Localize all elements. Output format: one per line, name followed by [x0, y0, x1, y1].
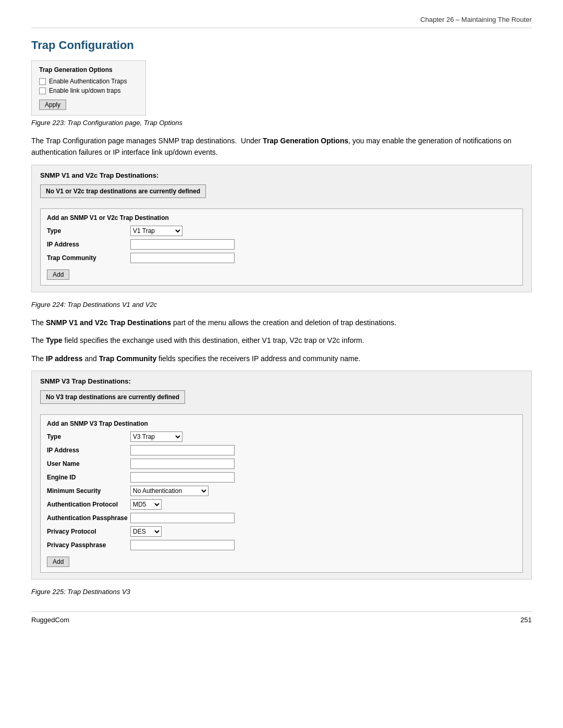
v1v2c-no-destinations-msg: No V1 or V2c trap destinations are curre… — [40, 184, 206, 198]
v3-minsecurity-select[interactable]: No Authentication Authentication Privacy — [130, 486, 209, 496]
v3-privacyprotocol-label: Privacy Protocol — [47, 528, 130, 535]
v3-username-input[interactable] — [130, 459, 235, 469]
v1v2c-add-form-title: Add an SNMP V1 or V2c Trap Destination — [47, 214, 516, 221]
v3-privacyprotocol-row: Privacy Protocol DES AES — [47, 526, 516, 537]
figure224-caption: Figure 224: Trap Destinations V1 and V2c — [31, 301, 532, 309]
v1v2c-section-header: SNMP V1 and V2c Trap Destinations: — [40, 171, 523, 179]
v3-minsecurity-label: Minimum Security — [47, 487, 130, 495]
v3-authpassphrase-label: Authentication Passphrase — [47, 514, 130, 522]
v3-authprotocol-label: Authentication Protocol — [47, 501, 130, 508]
figure225-caption: Figure 225: Trap Destinations V3 — [31, 588, 532, 596]
v3-ip-label: IP Address — [47, 447, 130, 454]
v1v2c-community-label: Trap Community — [47, 254, 130, 262]
v3-username-row: User Name — [47, 459, 516, 469]
v3-add-form-title: Add an SNMP V3 Trap Destination — [47, 420, 516, 427]
chapter-header: Chapter 26 – Maintaining The Router — [31, 16, 532, 28]
v3-ip-input[interactable] — [130, 445, 235, 455]
v1v2c-ip-row: IP Address — [47, 239, 516, 250]
v3-authpassphrase-input[interactable] — [130, 513, 235, 523]
v3-authprotocol-select[interactable]: MD5 SHA — [130, 499, 162, 510]
v3-no-destinations-msg: No V3 trap destinations are currently de… — [40, 390, 185, 404]
enable-link-traps-checkbox[interactable] — [39, 88, 46, 94]
v3-privacypassphrase-row: Privacy Passphrase — [47, 540, 516, 550]
trap-generation-options-box: Trap Generation Options Enable Authentic… — [31, 60, 146, 116]
body-text-1: The Trap Configuration page manages SNMP… — [31, 135, 532, 158]
v3-section-panel: SNMP V3 Trap Destinations: No V3 trap de… — [31, 371, 532, 579]
page-footer: RuggedCom 251 — [31, 611, 532, 624]
v3-privacyprotocol-select[interactable]: DES AES — [130, 526, 162, 537]
enable-auth-traps-row: Enable Authentication Traps — [39, 78, 138, 85]
v3-engineid-row: Engine ID — [47, 472, 516, 483]
enable-auth-traps-checkbox[interactable] — [39, 78, 46, 85]
v1v2c-community-row: Trap Community — [47, 253, 516, 263]
trap-gen-options-title: Trap Generation Options — [39, 66, 138, 73]
v3-add-button[interactable]: Add — [47, 557, 69, 567]
v1v2c-ip-input[interactable] — [130, 239, 235, 250]
v1v2c-section-panel: SNMP V1 and V2c Trap Destinations: No V1… — [31, 165, 532, 292]
footer-right: 251 — [520, 616, 532, 624]
v3-type-label: Type — [47, 433, 130, 440]
v1v2c-add-form: Add an SNMP V1 or V2c Trap Destination T… — [40, 208, 523, 286]
v1v2c-type-select[interactable]: V1 Trap V2c Trap V2c Inform — [130, 226, 182, 236]
body-text-3: The Type field specifies the exchange us… — [31, 335, 532, 346]
v1v2c-community-input[interactable] — [130, 253, 235, 263]
body-text-4: The IP address and Trap Community fields… — [31, 353, 532, 364]
footer-left: RuggedCom — [31, 616, 69, 624]
v1v2c-ip-label: IP Address — [47, 241, 130, 248]
v1v2c-add-button[interactable]: Add — [47, 269, 69, 280]
v3-authprotocol-row: Authentication Protocol MD5 SHA — [47, 499, 516, 510]
v3-add-form: Add an SNMP V3 Trap Destination Type V3 … — [40, 414, 523, 573]
body-text-2: The SNMP V1 and V2c Trap Destinations pa… — [31, 317, 532, 328]
v3-privacypassphrase-label: Privacy Passphrase — [47, 541, 130, 549]
enable-auth-traps-label: Enable Authentication Traps — [49, 78, 127, 85]
v3-authpassphrase-row: Authentication Passphrase — [47, 513, 516, 523]
figure223-wrapper: Trap Generation Options Enable Authentic… — [31, 60, 532, 127]
v3-engineid-label: Engine ID — [47, 474, 130, 481]
v3-engineid-input[interactable] — [130, 472, 235, 483]
v3-minsecurity-row: Minimum Security No Authentication Authe… — [47, 486, 516, 496]
v1v2c-type-label: Type — [47, 227, 130, 235]
v1v2c-type-row: Type V1 Trap V2c Trap V2c Inform — [47, 226, 516, 236]
page-title: Trap Configuration — [31, 39, 532, 52]
enable-link-traps-label: Enable link up/down traps — [49, 87, 120, 94]
enable-link-traps-row: Enable link up/down traps — [39, 87, 138, 94]
apply-button[interactable]: Apply — [39, 100, 66, 110]
figure223-caption: Figure 223: Trap Configuration page, Tra… — [31, 119, 532, 127]
v3-username-label: User Name — [47, 460, 130, 467]
v3-privacypassphrase-input[interactable] — [130, 540, 235, 550]
v3-ip-row: IP Address — [47, 445, 516, 455]
v3-type-row: Type V3 Trap V3 Inform — [47, 431, 516, 442]
v3-section-header: SNMP V3 Trap Destinations: — [40, 377, 523, 385]
v3-type-select[interactable]: V3 Trap V3 Inform — [130, 431, 182, 442]
